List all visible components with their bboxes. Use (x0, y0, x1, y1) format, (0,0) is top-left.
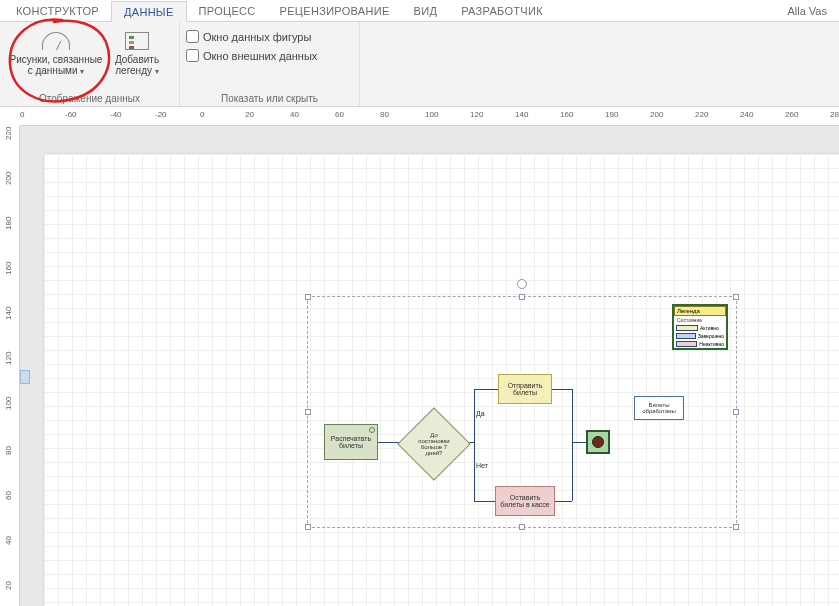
chk-shape-data-input[interactable] (186, 30, 199, 43)
connector-label-yes: Да (476, 410, 485, 417)
tab-dannye[interactable]: ДАННЫЕ (111, 1, 187, 23)
resize-handle-s[interactable] (519, 524, 525, 530)
tab-retsenz[interactable]: РЕЦЕНЗИРОВАНИЕ (268, 0, 402, 22)
connector[interactable] (572, 389, 573, 501)
user-name[interactable]: Alla Vas (787, 5, 835, 17)
chk-shape-data-label: Окно данных фигуры (203, 31, 311, 43)
data-graphics-button[interactable]: Рисунки, связанные с данными ▾ (6, 28, 106, 79)
shape-end-node[interactable] (586, 430, 610, 454)
resize-handle-sw[interactable] (305, 524, 311, 530)
rotation-handle[interactable] (517, 279, 527, 289)
connector[interactable] (474, 389, 475, 501)
add-legend-button[interactable]: Добавить легенду ▾ (110, 28, 164, 79)
resize-handle-nw[interactable] (305, 294, 311, 300)
resize-handle-n[interactable] (519, 294, 525, 300)
connector[interactable] (474, 501, 495, 502)
chevron-down-icon: ▾ (80, 67, 84, 76)
legend-icon (121, 30, 153, 52)
legend-item-label: Активно (700, 325, 719, 331)
chevron-down-icon: ▾ (155, 67, 159, 76)
legend-subtitle: Состояние (674, 316, 726, 324)
canvas-area[interactable]: Да Нет Распечатать билеты До постановки … (20, 126, 839, 606)
shape-decision[interactable]: До постановки больше 7 дней? (408, 418, 460, 470)
connector[interactable] (555, 501, 572, 502)
end-node-icon (592, 436, 604, 448)
legend-swatch (676, 333, 696, 339)
shape-label: Отправить билеты (501, 382, 549, 396)
tab-razrab[interactable]: РАЗРАБОТЧИК (449, 0, 555, 22)
legend-title: Легенда (674, 306, 726, 316)
connector[interactable] (474, 389, 498, 390)
horizontal-ruler: 0-60-40-20020406080100120140160180200220… (20, 108, 839, 126)
legend-item-inactive: Неактивно (674, 340, 726, 348)
chk-shape-data-window[interactable]: Окно данных фигуры (186, 28, 311, 45)
gauge-icon (40, 30, 72, 52)
connector[interactable] (552, 389, 572, 390)
legend-box[interactable]: Легенда Состояние Активно Завершено Неак… (672, 304, 728, 350)
shape-send-tickets[interactable]: Отправить билеты (498, 374, 552, 404)
shape-indicator-icon (369, 427, 375, 433)
tab-konstruktor[interactable]: КОНСТРУКТОР (4, 0, 111, 22)
chk-external-data-window[interactable]: Окно внешних данных (186, 47, 317, 64)
shapes-panel-stub[interactable] (20, 370, 30, 384)
connector[interactable] (572, 442, 586, 443)
ribbon: Рисунки, связанные с данными ▾ Добавить … (0, 22, 839, 107)
legend-swatch (676, 325, 698, 331)
resize-handle-ne[interactable] (733, 294, 739, 300)
tab-vid[interactable]: ВИД (402, 0, 450, 22)
chk-external-data-label: Окно внешних данных (203, 50, 317, 62)
legend-item-label: Неактивно (699, 341, 724, 347)
legend-item-complete: Завершено (674, 332, 726, 340)
shape-leave-tickets[interactable]: Оставить билеты в кассе (495, 486, 555, 516)
shape-print-tickets[interactable]: Распечатать билеты (324, 424, 378, 460)
shape-tickets-done[interactable]: Билеты обработаны (634, 396, 684, 420)
tab-protsess[interactable]: ПРОЦЕСС (187, 0, 268, 22)
group-label-show-hide: Показать или скрыть (186, 91, 353, 106)
vertical-ruler: 22020018016014012010080604020 (0, 126, 20, 606)
resize-handle-se[interactable] (733, 524, 739, 530)
group-label-display: Отображение данных (6, 91, 173, 106)
shape-label: До постановки больше 7 дней? (408, 418, 460, 470)
shape-label: Оставить билеты в кассе (498, 494, 552, 508)
ribbon-tabs: КОНСТРУКТОР ДАННЫЕ ПРОЦЕСС РЕЦЕНЗИРОВАНИ… (0, 0, 839, 22)
resize-handle-e[interactable] (733, 409, 739, 415)
shape-label: Распечатать билеты (327, 435, 375, 449)
legend-swatch (676, 341, 697, 347)
connector-label-no: Нет (476, 462, 488, 469)
chk-external-data-input[interactable] (186, 49, 199, 62)
resize-handle-w[interactable] (305, 409, 311, 415)
shape-label: Билеты обработаны (637, 402, 681, 414)
legend-item-active: Активно (674, 324, 726, 332)
legend-item-label: Завершено (698, 333, 724, 339)
workspace: 0-60-40-20020406080100120140160180200220… (0, 108, 839, 606)
